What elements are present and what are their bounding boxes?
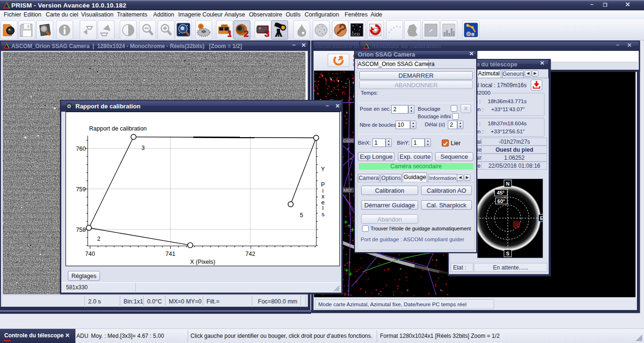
svg-text:759: 759 xyxy=(76,186,86,193)
svg-text:45°: 45° xyxy=(497,190,504,196)
svg-text:x: x xyxy=(322,74,323,78)
svg-text:2: 2 xyxy=(97,236,100,242)
svg-text:741: 741 xyxy=(165,251,175,257)
svg-text:Rapport de calibration: Rapport de calibration xyxy=(89,125,147,132)
svg-text:742: 742 xyxy=(246,251,256,257)
svg-text:5: 5 xyxy=(300,212,303,219)
svg-text:758: 758 xyxy=(76,227,86,233)
svg-text:x: x xyxy=(407,288,409,292)
svg-text:60°: 60° xyxy=(497,198,505,204)
svg-text:3: 3 xyxy=(264,29,270,38)
svg-text:x: x xyxy=(346,110,348,114)
svg-text:x: x xyxy=(338,79,339,83)
svg-text:X (Pixels): X (Pixels) xyxy=(190,259,215,265)
svg-text:3: 3 xyxy=(141,145,145,151)
svg-text:x: x xyxy=(436,258,438,262)
svg-text:s: s xyxy=(322,211,324,218)
svg-text:S: S xyxy=(506,251,509,256)
svg-text:2: 2 xyxy=(244,29,249,38)
svg-text:1: 1 xyxy=(227,29,231,38)
svg-text:CCD: CCD xyxy=(352,32,360,36)
svg-text:740: 740 xyxy=(85,251,95,257)
svg-text:N: N xyxy=(506,181,510,187)
svg-text:760: 760 xyxy=(76,146,86,152)
svg-text:E: E xyxy=(540,215,543,221)
svg-text:x: x xyxy=(440,288,442,292)
svg-text:x: x xyxy=(350,177,352,181)
svg-text:x: x xyxy=(330,76,332,81)
svg-text:IC620: IC620 xyxy=(342,139,354,143)
svg-text:Y: Y xyxy=(321,166,325,172)
svg-text:x: x xyxy=(400,267,402,271)
